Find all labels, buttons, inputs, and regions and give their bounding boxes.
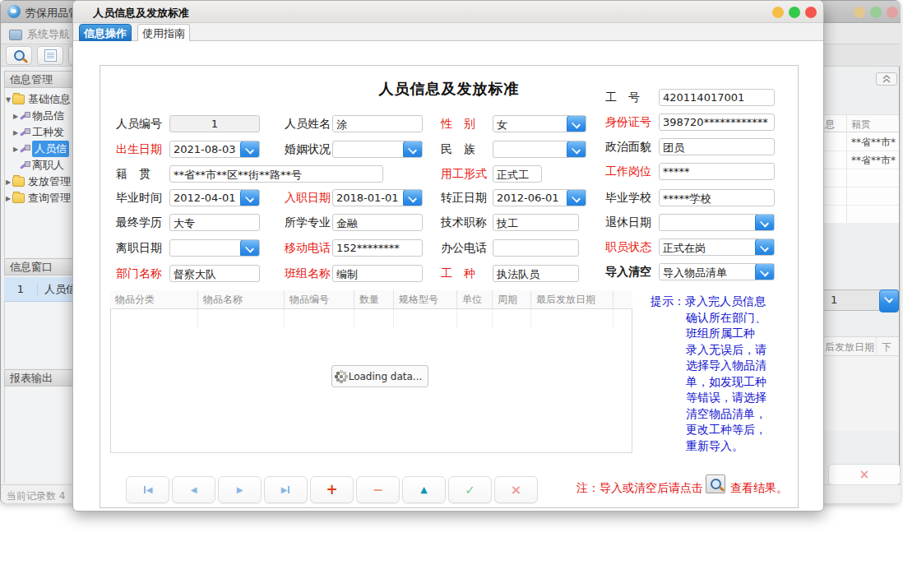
dropdown-arrow-icon[interactable] bbox=[567, 141, 586, 158]
record-count: 当前记录数 4 bbox=[7, 489, 65, 503]
office-phone-field[interactable] bbox=[493, 239, 579, 257]
tool-icon bbox=[20, 127, 30, 137]
bg-grid-header: 息 籍贯 bbox=[819, 114, 899, 132]
list-toolbar-button[interactable] bbox=[37, 46, 63, 65]
dropdown-arrow-icon[interactable] bbox=[755, 263, 775, 280]
hint-text: 提示：录入完人员信息 确认所在部门、 班组所属工种 录入无误后，请 选择导入物品… bbox=[651, 294, 803, 454]
col-qty[interactable]: 数量 bbox=[354, 290, 394, 308]
dept-field[interactable]: 督察大队 bbox=[169, 265, 260, 282]
tab-info-operation[interactable]: 信息操作 bbox=[79, 24, 132, 41]
collapsed-arrow-icon[interactable]: ▶ bbox=[4, 178, 12, 186]
close-button[interactable] bbox=[887, 7, 898, 18]
dropdown-arrow-icon[interactable] bbox=[755, 238, 775, 256]
grad-time-combo[interactable]: 2012-04-01 bbox=[169, 189, 260, 206]
cancel-record-button[interactable]: × bbox=[494, 476, 538, 503]
dropdown-arrow-icon[interactable] bbox=[879, 289, 899, 313]
leave-date-combo[interactable] bbox=[169, 239, 260, 257]
bg-grid-col-native: 籍贯 bbox=[851, 118, 871, 132]
maximize-button[interactable] bbox=[789, 7, 800, 18]
emp-no-field: 1 bbox=[169, 115, 260, 132]
collapsed-arrow-icon[interactable]: ▶ bbox=[4, 195, 12, 202]
col-item-name[interactable]: 物品名称 bbox=[198, 290, 285, 308]
retire-date-combo[interactable] bbox=[659, 214, 775, 231]
collapsed-arrow-icon[interactable]: ▶ bbox=[12, 129, 20, 137]
delete-record-button[interactable]: − bbox=[356, 476, 400, 503]
ethnic-combo[interactable] bbox=[493, 141, 586, 158]
tab-system-nav[interactable]: 系统导航 bbox=[9, 26, 70, 43]
col-unit[interactable]: 单位 bbox=[457, 290, 493, 308]
staff-status-combo[interactable]: 正式在岗 bbox=[659, 238, 775, 256]
label-staff-status: 职员状态 bbox=[605, 240, 651, 255]
insert-record-button[interactable]: + bbox=[310, 476, 354, 503]
edit-record-button[interactable]: ▲ bbox=[402, 476, 446, 503]
birth-combo[interactable]: 2021-08-03 bbox=[169, 141, 260, 158]
political-field[interactable]: 团员 bbox=[659, 138, 775, 155]
col-spec[interactable]: 规格型号 bbox=[394, 290, 457, 308]
view-result-button[interactable] bbox=[706, 475, 725, 493]
collapsed-arrow-icon[interactable]: ▶ bbox=[12, 113, 20, 120]
label-marital: 婚姻状况 bbox=[285, 142, 331, 157]
dropdown-arrow-icon[interactable] bbox=[403, 189, 423, 206]
dropdown-arrow-icon[interactable] bbox=[240, 189, 260, 206]
expanded-arrow-icon[interactable]: ▼ bbox=[4, 96, 12, 104]
tab-user-guide[interactable]: 使用指南 bbox=[137, 24, 190, 41]
post-record-button[interactable]: ✓ bbox=[448, 476, 492, 503]
name-field[interactable]: 涂 bbox=[332, 115, 423, 132]
mobile-field[interactable]: 152******** bbox=[332, 239, 423, 257]
col-category[interactable]: 物品分类 bbox=[110, 290, 198, 308]
work-no-field[interactable]: 420114017001 bbox=[659, 89, 775, 106]
record-selector[interactable]: 1 bbox=[819, 289, 899, 311]
loading-indicator: Loading data... bbox=[331, 365, 428, 387]
maximize-button[interactable] bbox=[870, 7, 882, 18]
first-record-icon bbox=[144, 486, 146, 493]
label-regular-date: 转正日期 bbox=[441, 191, 487, 206]
prior-record-button[interactable]: ◀ bbox=[172, 476, 215, 503]
emp-type-field[interactable]: 正式工 bbox=[493, 165, 542, 183]
dropdown-arrow-icon[interactable] bbox=[240, 141, 260, 158]
marital-combo[interactable] bbox=[332, 141, 423, 158]
col-cycle[interactable]: 周期 bbox=[493, 290, 531, 308]
minimize-button[interactable] bbox=[772, 7, 784, 18]
regular-date-combo[interactable]: 2012-06-01 bbox=[493, 189, 586, 206]
id-card-field[interactable]: 398720************ bbox=[659, 113, 775, 131]
school-field[interactable]: *****学校 bbox=[659, 189, 775, 206]
bg-cancel-button[interactable]: × bbox=[828, 464, 901, 485]
dropdown-arrow-icon[interactable] bbox=[403, 141, 423, 158]
double-chevron-up-icon bbox=[882, 75, 891, 83]
folder-icon bbox=[12, 177, 25, 187]
label-team: 班组名称 bbox=[285, 266, 331, 281]
native-field[interactable]: **省**市**区**街**路**号 bbox=[169, 165, 383, 183]
dropdown-arrow-icon[interactable] bbox=[567, 115, 586, 132]
dropdown-arrow-icon[interactable] bbox=[755, 214, 775, 231]
team-field[interactable]: 编制 bbox=[332, 265, 423, 282]
collapsed-arrow-icon[interactable]: ▶ bbox=[12, 146, 20, 153]
note-before: 注：导入或清空后请点击 bbox=[577, 481, 703, 496]
dropdown-arrow-icon[interactable] bbox=[240, 239, 260, 257]
tech-title-field[interactable]: 技工 bbox=[493, 214, 579, 231]
personnel-dialog: 人员信息及发放标准 信息操作 使用指南 人员信息及发放标准 人员编号 1 人员姓… bbox=[72, 0, 824, 512]
post-field[interactable]: ***** bbox=[659, 163, 775, 180]
import-clear-combo[interactable]: 导入物品清单 bbox=[659, 263, 775, 280]
dropdown-arrow-icon[interactable] bbox=[567, 189, 586, 206]
preview-toolbar-button[interactable] bbox=[6, 46, 32, 65]
minimize-button[interactable] bbox=[854, 7, 865, 18]
dialog-titlebar: 人员信息及发放标准 bbox=[73, 1, 823, 23]
first-record-button[interactable]: ◀ bbox=[126, 476, 169, 503]
col-last-date[interactable]: 最后发放日期 bbox=[531, 290, 614, 308]
collapse-panel-button[interactable] bbox=[876, 72, 897, 86]
label-id-card: 身份证号 bbox=[605, 115, 651, 130]
hire-date-combo[interactable]: 2018-01-01 bbox=[332, 189, 423, 206]
items-grid-header: 物品分类物品名称物品编号数量规格型号单位周期最后发放日期 bbox=[110, 290, 632, 309]
gender-combo[interactable]: 女 bbox=[493, 115, 586, 132]
edit-triangle-icon: ▲ bbox=[420, 484, 427, 495]
major-field[interactable]: 金融 bbox=[332, 214, 423, 231]
label-office-phone: 办公电话 bbox=[441, 241, 487, 256]
close-button[interactable] bbox=[805, 7, 817, 18]
last-record-button[interactable]: ▶ bbox=[264, 476, 308, 503]
loading-text: Loading data... bbox=[349, 371, 423, 382]
education-field[interactable]: 大专 bbox=[169, 214, 260, 231]
work-type-field[interactable]: 执法队员 bbox=[493, 265, 579, 282]
next-record-button[interactable]: ▶ bbox=[218, 476, 262, 503]
list-icon bbox=[44, 49, 57, 62]
col-item-no[interactable]: 物品编号 bbox=[285, 290, 354, 308]
